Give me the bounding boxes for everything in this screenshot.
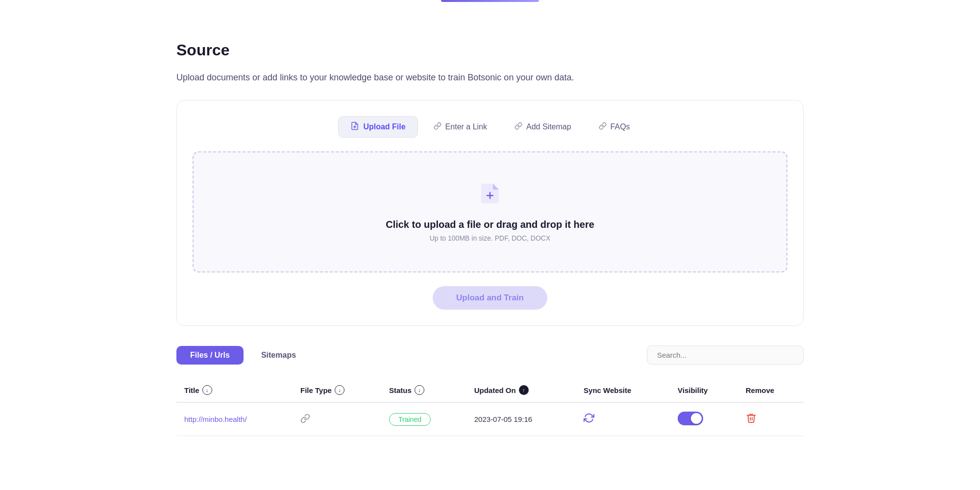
sort-status-icon[interactable]: ↓: [415, 385, 424, 395]
file-type-link-icon: [300, 416, 310, 425]
th-sync-website: Sync Website: [576, 378, 670, 402]
table-row: http://minbo.health/ Trained: [176, 402, 804, 436]
sitemap-icon-tab: [514, 122, 522, 132]
th-updated-on-label: Updated On: [474, 386, 516, 394]
th-updated-on: Updated On ↑: [466, 378, 576, 402]
source-tabs: Upload File Enter a Link: [193, 116, 787, 138]
upload-main-text: Click to upload a file or drag and drop …: [386, 219, 594, 230]
th-status: Status ↓: [381, 378, 466, 402]
th-title-label: Title: [184, 386, 199, 394]
cell-remove: [738, 402, 804, 436]
page-description: Upload documents or add links to your kn…: [176, 71, 804, 84]
cell-visibility: [670, 402, 738, 436]
tab-enter-link-label: Enter a Link: [445, 122, 487, 131]
sync-refresh-icon[interactable]: [584, 415, 594, 425]
upload-card: Upload File Enter a Link: [176, 100, 804, 326]
tab-add-sitemap[interactable]: Add Sitemap: [503, 116, 583, 138]
tab-enter-link[interactable]: Enter a Link: [422, 116, 499, 138]
sort-file-type-icon[interactable]: ↓: [335, 385, 344, 395]
toggle-track: [678, 412, 703, 425]
files-tabs: Files / Urls Sitemaps: [176, 346, 310, 365]
updated-on-value: 2023-07-05 19:16: [474, 415, 532, 423]
status-badge: Trained: [389, 413, 431, 426]
row-title-text: http://minbo.health/: [184, 415, 247, 423]
th-sync-website-label: Sync Website: [584, 386, 631, 394]
table-header-row: Title ↓ File Type ↓ Status ↓: [176, 378, 804, 402]
files-table: Title ↓ File Type ↓ Status ↓: [176, 378, 804, 436]
sitemaps-tab[interactable]: Sitemaps: [247, 346, 310, 365]
th-visibility: Visibility: [670, 378, 738, 402]
upload-document-icon: [477, 182, 503, 209]
th-remove-label: Remove: [746, 386, 774, 394]
th-title: Title ↓: [176, 378, 293, 402]
tab-upload-file-label: Upload File: [363, 122, 405, 131]
search-input[interactable]: [647, 345, 804, 365]
page-title: Source: [176, 41, 804, 59]
tab-upload-file[interactable]: Upload File: [338, 116, 417, 138]
faqs-icon-tab: [599, 122, 607, 132]
cell-sync-website: [576, 402, 670, 436]
th-file-type: File Type ↓: [293, 378, 381, 402]
upload-train-button[interactable]: Upload and Train: [433, 286, 547, 310]
files-section: Files / Urls Sitemaps Title ↓ File Ty: [176, 345, 804, 436]
sort-updated-on-icon[interactable]: ↑: [519, 385, 529, 395]
upload-dropzone[interactable]: Click to upload a file or drag and drop …: [193, 151, 787, 272]
tab-add-sitemap-label: Add Sitemap: [526, 122, 571, 131]
files-urls-tab[interactable]: Files / Urls: [176, 346, 244, 365]
th-visibility-label: Visibility: [678, 386, 708, 394]
cell-file-type: [293, 402, 381, 436]
th-remove: Remove: [738, 378, 804, 402]
main-content: Source Upload documents or add links to …: [147, 22, 833, 456]
upload-file-icon: [350, 122, 359, 132]
tab-faqs-label: FAQs: [611, 122, 630, 131]
top-indicator: [441, 0, 539, 2]
link-icon-tab: [434, 122, 441, 132]
upload-sub-text: Up to 100MB in size. PDF, DOC, DOCX: [430, 234, 551, 242]
cell-title: http://minbo.health/: [176, 402, 293, 436]
cell-status: Trained: [381, 402, 466, 436]
sort-title-icon[interactable]: ↓: [202, 385, 212, 395]
th-file-type-label: File Type: [300, 386, 332, 394]
remove-icon[interactable]: [746, 415, 757, 425]
tab-faqs[interactable]: FAQs: [587, 116, 642, 138]
visibility-toggle[interactable]: [678, 412, 703, 425]
cell-updated-on: 2023-07-05 19:16: [466, 402, 576, 436]
files-tabs-row: Files / Urls Sitemaps: [176, 345, 804, 365]
th-status-label: Status: [389, 386, 412, 394]
toggle-thumb: [691, 413, 702, 424]
